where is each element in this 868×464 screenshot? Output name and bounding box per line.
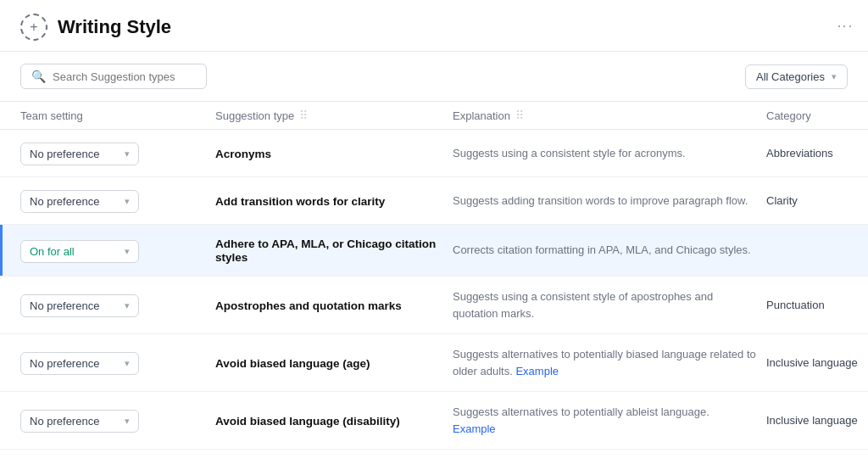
suggestion-type-col-menu-icon[interactable]: ⠿	[299, 109, 308, 122]
chevron-down-icon: ▾	[832, 71, 837, 82]
category-dropdown[interactable]: All Categories ▾	[745, 64, 848, 89]
col-header-suggestion-type: Suggestion type ⠿	[215, 109, 453, 122]
category-cell: Clarity	[766, 182, 868, 219]
suggestion-cell: Apostrophes and quotation marks	[215, 287, 453, 324]
chevron-down-icon: ▾	[125, 148, 130, 159]
team-setting-cell: On for all ▾	[20, 228, 215, 273]
chevron-down-icon: ▾	[125, 416, 130, 427]
category-cell: Inclusive language	[766, 344, 868, 381]
team-setting-dropdown-3[interactable]: No preference ▾	[20, 294, 139, 317]
table-row: No preference ▾ Avoid biased language (a…	[0, 334, 868, 392]
explanation-example-link-5[interactable]: Example	[453, 422, 496, 435]
explanation-col-menu-icon[interactable]: ⠿	[515, 109, 524, 122]
table-row: No preference ▾ Acronyms Suggests using …	[0, 130, 868, 177]
category-cell	[766, 238, 868, 262]
team-setting-cell: No preference ▾	[20, 282, 215, 327]
team-setting-cell: No preference ▾	[20, 178, 215, 223]
category-cell: Abbreviations	[766, 135, 868, 171]
search-box[interactable]: 🔍	[20, 64, 207, 89]
explanation-cell: Suggests adding transition words to impr…	[453, 181, 766, 221]
search-icon: 🔍	[31, 70, 46, 83]
table-body: No preference ▾ Acronyms Suggests using …	[0, 130, 868, 464]
chevron-down-icon: ▾	[125, 358, 130, 369]
search-input[interactable]	[53, 70, 196, 83]
team-setting-dropdown-2[interactable]: On for all ▾	[20, 240, 139, 263]
chevron-down-icon: ▾	[125, 196, 130, 207]
suggestion-cell: Add transition words for clarity	[215, 182, 453, 220]
table-row: No preference ▾ Add transition words for…	[0, 177, 868, 225]
explanation-cell: Suggests using a consistent style for ac…	[453, 133, 766, 174]
category-dropdown-label: All Categories	[756, 70, 825, 83]
add-icon: +	[20, 14, 47, 41]
suggestion-cell: Adhere to APA, MLA, or Chicago citation …	[215, 225, 453, 276]
explanation-cell: Corrects citation formatting in APA, MLA…	[453, 230, 766, 271]
team-setting-dropdown-0[interactable]: No preference ▾	[20, 143, 139, 165]
explanation-cell: Suggests using a consistent style of apo…	[453, 277, 766, 333]
table-row: No preference ▾ Avoid biased language (d…	[0, 392, 868, 450]
header: + Writing Style ⋮	[0, 0, 868, 52]
category-cell: Inclusive language	[766, 402, 868, 439]
explanation-cell: Suggests alternatives to potentially abl…	[453, 392, 766, 449]
chevron-down-icon: ▾	[125, 246, 130, 257]
col-header-team-setting: Team setting	[20, 109, 215, 122]
toolbar: 🔍 All Categories ▾	[0, 52, 868, 102]
suggestion-cell: Avoid biased language (age)	[215, 344, 453, 382]
explanation-cell: Suggests alternatives to potentially bia…	[453, 334, 766, 391]
col-header-explanation: Explanation ⠿	[453, 109, 766, 122]
table-row-highlighted: On for all ▾ Adhere to APA, MLA, or Chic…	[0, 225, 868, 277]
team-setting-dropdown-5[interactable]: No preference ▾	[20, 410, 139, 433]
table-header: Team setting Suggestion type ⠿ Explanati…	[0, 102, 868, 130]
page-wrapper: + Writing Style ⋮ 🔍 All Categories ▾ Tea…	[0, 0, 868, 464]
team-setting-dropdown-4[interactable]: No preference ▾	[20, 352, 139, 375]
team-setting-cell: No preference ▾	[20, 398, 215, 443]
team-setting-dropdown-1[interactable]: No preference ▾	[20, 190, 139, 213]
category-cell: Punctuation	[766, 287, 868, 323]
page-title: Writing Style	[58, 16, 171, 38]
table-row: No preference ▾ Apostrophes and quotatio…	[0, 277, 868, 334]
suggestion-cell: Acronyms	[215, 135, 453, 172]
chevron-down-icon: ▾	[125, 300, 130, 311]
col-header-category: Category	[766, 109, 868, 122]
header-menu-dots[interactable]: ⋮	[836, 19, 854, 32]
explanation-example-link-4[interactable]: Example	[515, 365, 559, 377]
suggestion-cell: Avoid biased language (disability)	[215, 402, 453, 439]
team-setting-cell: No preference ▾	[20, 340, 215, 385]
team-setting-cell: No preference ▾	[20, 131, 215, 176]
